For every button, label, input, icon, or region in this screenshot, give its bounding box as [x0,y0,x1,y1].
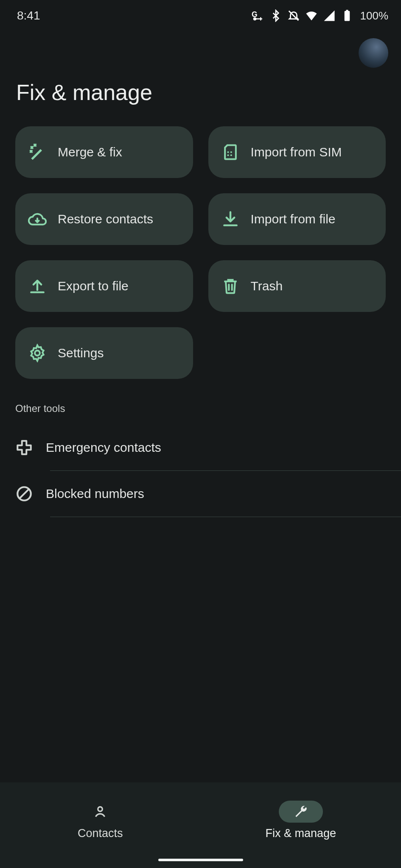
trash-button[interactable]: Trash [208,260,386,312]
battery-percent: 100% [360,9,389,22]
export-file-label: Export to file [58,279,129,293]
blocked-numbers-item[interactable]: Blocked numbers [0,471,401,517]
dnd-icon [287,9,300,22]
battery-icon [341,9,353,22]
bluetooth-icon [269,9,282,22]
status-icons: G 100% [252,9,389,22]
svg-point-9 [227,154,229,156]
other-tools-list: Emergency contacts Blocked numbers [0,425,401,517]
emergency-label: Emergency contacts [46,440,161,455]
merge-fix-button[interactable]: Merge & fix [15,126,193,178]
action-grid: Merge & fix Import from SIM Restore cont… [0,126,401,379]
settings-button[interactable]: Settings [15,327,193,379]
import-sim-label: Import from SIM [251,145,342,159]
page-title: Fix & manage [0,68,401,126]
svg-rect-3 [260,17,261,21]
svg-point-8 [230,151,232,153]
trash-icon [221,277,240,295]
import-sim-button[interactable]: Import from SIM [208,126,386,178]
svg-rect-2 [256,18,262,19]
svg-rect-6 [346,10,348,11]
status-time: 8:41 [17,9,40,22]
wifi-icon [305,9,318,22]
merge-fix-label: Merge & fix [58,145,122,159]
svg-rect-5 [344,11,350,21]
svg-point-10 [230,154,232,156]
svg-point-7 [227,151,229,153]
trash-label: Trash [251,279,283,293]
cloud-download-icon [28,210,47,228]
wrench-icon [293,804,308,819]
nav-fix-manage[interactable]: Fix & manage [201,782,401,852]
svg-point-14 [98,807,103,811]
header [0,31,401,68]
gesture-pill[interactable] [158,859,243,861]
import-file-label: Import from file [251,212,336,226]
person-icon [93,804,108,819]
magic-wand-icon [28,143,47,161]
gesture-bar [0,852,401,868]
download-icon [221,210,240,228]
medical-icon [15,439,33,456]
status-bar: 8:41 G 100% [0,0,401,31]
svg-text:G: G [252,10,258,19]
upload-icon [28,277,47,295]
export-file-button[interactable]: Export to file [15,260,193,312]
emergency-contacts-item[interactable]: Emergency contacts [0,425,401,470]
sim-icon [221,143,240,161]
nav-contacts-label: Contacts [78,827,123,840]
svg-point-11 [35,351,40,356]
svg-line-13 [20,489,29,499]
other-tools-header: Other tools [0,379,401,425]
gear-icon [28,344,47,362]
avatar[interactable] [359,38,388,68]
nav-contacts[interactable]: Contacts [0,782,201,852]
restore-button[interactable]: Restore contacts [15,193,193,245]
bottom-nav: Contacts Fix & manage [0,782,401,852]
nav-fix-manage-label: Fix & manage [265,827,336,840]
settings-label: Settings [58,346,104,360]
blocked-label: Blocked numbers [46,487,144,501]
import-file-button[interactable]: Import from file [208,193,386,245]
restore-label: Restore contacts [58,212,153,226]
signal-icon [323,9,336,22]
blocked-icon [15,485,33,503]
vpn-key-icon: G [252,9,264,22]
